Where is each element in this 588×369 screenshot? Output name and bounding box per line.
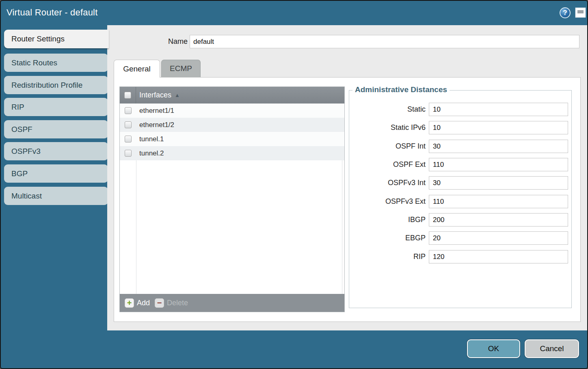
select-all-checkbox[interactable]: [124, 92, 131, 99]
row-checkbox[interactable]: [125, 136, 132, 142]
dialog-title: Virtual Router - default: [6, 7, 98, 18]
row-checkbox[interactable]: [125, 107, 132, 114]
ospfv3-int-label: OSPFv3 Int: [349, 176, 426, 190]
static-label: Static: [349, 103, 426, 116]
ospf-ext-label: OSPF Ext: [349, 158, 426, 171]
interface-name: ethernet1/1: [139, 107, 174, 115]
ebgp-label: EBGP: [349, 231, 426, 245]
rip-label: RIP: [349, 250, 426, 263]
sidebar-item-ospfv3[interactable]: OSPFv3: [4, 142, 108, 160]
interfaces-table-footer: + Add − Delete: [120, 294, 344, 312]
minus-icon: −: [155, 298, 164, 308]
ospfv3-int-input[interactable]: [429, 176, 568, 190]
sidebar-item-static-routes[interactable]: Static Routes: [4, 54, 108, 72]
add-button[interactable]: + Add: [125, 298, 150, 308]
ospf-ext-input[interactable]: [429, 158, 568, 171]
table-row[interactable]: ethernet1/1: [120, 104, 344, 118]
name-label: Name: [143, 35, 188, 48]
tab-general[interactable]: General: [114, 60, 160, 78]
help-icon[interactable]: ?: [560, 7, 571, 18]
row-checkbox[interactable]: [125, 150, 132, 157]
interfaces-column-header[interactable]: Interfaces: [139, 91, 171, 99]
cancel-button[interactable]: Cancel: [525, 339, 579, 358]
plus-icon: +: [125, 298, 134, 308]
static-input[interactable]: [429, 103, 568, 116]
interface-name: ethernet1/2: [139, 121, 174, 129]
ospfv3-ext-label: OSPFv3 Ext: [349, 195, 426, 208]
sidebar-item-redistribution-profile[interactable]: Redistribution Profile: [4, 76, 108, 94]
static-ipv6-input[interactable]: [429, 121, 568, 134]
table-row[interactable]: tunnel.1: [120, 132, 344, 146]
sidebar-item-ospf[interactable]: OSPF: [4, 120, 108, 138]
ibgp-label: IBGP: [349, 213, 426, 227]
interfaces-table: Interfaces ▲ ethernet1/1 ethernet1/2: [119, 86, 345, 312]
window-restore-icon-bar: [577, 10, 584, 13]
table-row[interactable]: tunnel.2: [120, 146, 344, 160]
ospf-int-label: OSPF Int: [349, 140, 426, 153]
interface-name: tunnel.2: [139, 149, 164, 158]
sidebar-item-bgp[interactable]: BGP: [4, 164, 108, 183]
ospf-int-input[interactable]: [429, 140, 568, 153]
row-checkbox[interactable]: [125, 121, 132, 128]
add-button-label: Add: [137, 299, 150, 307]
general-tab-panel: Interfaces ▲ ethernet1/1 ethernet1/2: [114, 77, 581, 322]
window-restore-icon[interactable]: [575, 8, 586, 17]
administrative-distances-fieldset: Administrative Distances Static Static I…: [349, 90, 572, 308]
table-row[interactable]: ethernet1/2: [120, 118, 344, 132]
sidebar-item-multicast[interactable]: Multicast: [4, 187, 108, 205]
titlebar: Virtual Router - default ?: [1, 1, 587, 25]
virtual-router-dialog: Virtual Router - default ? Router Settin…: [0, 0, 588, 369]
tab-ecmp[interactable]: ECMP: [161, 60, 201, 77]
ebgp-input[interactable]: [429, 231, 568, 245]
interface-name: tunnel.1: [139, 135, 164, 143]
name-input[interactable]: [190, 35, 579, 48]
content-area: Name General ECMP Interfaces ▲ ethernet1…: [107, 25, 588, 330]
ospfv3-ext-input[interactable]: [429, 195, 568, 208]
sidebar-item-router-settings[interactable]: Router Settings: [4, 30, 109, 48]
delete-button[interactable]: − Delete: [155, 298, 188, 308]
sort-ascending-icon[interactable]: ▲: [175, 92, 180, 98]
ibgp-input[interactable]: [429, 213, 568, 227]
rip-input[interactable]: [429, 250, 568, 263]
sidebar: Router Settings Static Routes Redistribu…: [1, 25, 107, 330]
interfaces-table-body: ethernet1/1 ethernet1/2 tunnel.1 tunnel.…: [120, 104, 344, 294]
administrative-distances-title: Administrative Distances: [352, 85, 450, 94]
static-ipv6-label: Static IPv6: [349, 121, 426, 134]
ok-button[interactable]: OK: [467, 339, 520, 358]
interfaces-table-header: Interfaces ▲: [120, 87, 344, 104]
delete-button-label: Delete: [167, 299, 188, 307]
sidebar-item-rip[interactable]: RIP: [4, 98, 108, 116]
